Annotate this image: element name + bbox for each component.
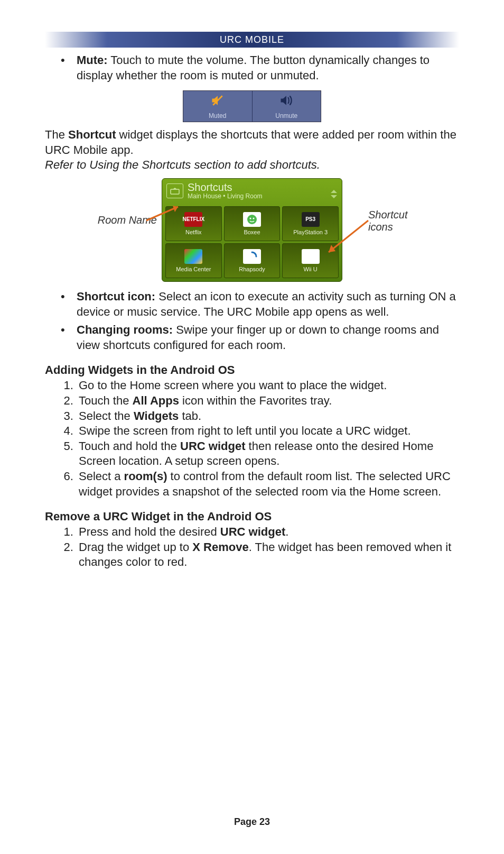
shortcut-label: PlayStation 3	[293, 229, 328, 235]
arrow-right-icon	[326, 221, 374, 260]
text: The	[45, 128, 68, 141]
heading-remove-widget: Remove a URC Widget in the Android OS	[45, 510, 459, 524]
unmute-label: Unmute	[275, 112, 297, 120]
callout-room-name: Room Name	[83, 214, 157, 226]
unmute-button[interactable]: Unmute	[253, 91, 321, 122]
shortcut-widget-titles: Shortcuts Main House • Living Room	[188, 182, 263, 200]
shortcut-widget-title: Shortcuts	[188, 182, 263, 192]
header-bar: URC MOBILE	[45, 32, 459, 48]
remove-steps: Press and hold the desired URC widget. D…	[45, 525, 459, 570]
room-scroll-arrows[interactable]	[330, 186, 338, 196]
mute-text: Touch to mute the volume. The button dyn…	[77, 53, 430, 82]
mute-bullet: Mute: Touch to mute the volume. The butt…	[61, 53, 459, 83]
text-bold: All Apps	[133, 394, 179, 407]
shortcut-widget-figure: Room Name Shortcut icons Shortcuts Main …	[83, 178, 421, 282]
svg-point-11	[253, 217, 254, 219]
svg-marker-6	[173, 188, 177, 189]
page-footer: Page 23	[0, 816, 504, 828]
header-title: URC MOBILE	[220, 34, 284, 45]
shortcut-label: Wii U	[304, 266, 318, 272]
media-center-icon	[184, 249, 202, 264]
shortcut-widget-subtitle: Main House • Living Room	[188, 192, 263, 200]
shortcut-refer: Refer to Using the Shortcuts section to …	[45, 158, 459, 173]
text: Touch the	[79, 394, 133, 407]
netflix-icon: NETFLIX	[184, 212, 202, 227]
svg-marker-8	[331, 195, 337, 198]
shortcut-widget: Shortcuts Main House • Living Room NETFL…	[162, 178, 342, 282]
boxee-icon	[243, 212, 261, 227]
text: Select the	[79, 409, 134, 423]
text: tab.	[179, 409, 201, 423]
muted-button[interactable]: Muted	[183, 91, 253, 122]
svg-rect-5	[171, 189, 179, 194]
speaker-muted-icon	[210, 93, 225, 110]
svg-line-1	[146, 207, 178, 221]
text-bold: X Remove	[192, 540, 248, 554]
step: Go to the Home screen where you want to …	[77, 378, 459, 393]
callout-shortcut-icons: Shortcut icons	[368, 209, 421, 233]
text-bold: Shortcut	[68, 128, 116, 141]
text-bold: URC widget	[180, 439, 245, 453]
heading-adding-widgets: Adding Widgets in the Android OS	[45, 363, 459, 377]
text: Swipe the screen from right to left unti…	[79, 424, 411, 437]
shortcut-boxee[interactable]: Boxee	[224, 206, 281, 241]
changing-rooms-bullet: Changing rooms: Swipe your finger up or …	[61, 323, 459, 353]
shortcut-rhapsody[interactable]: Rhapsody	[224, 243, 281, 278]
speaker-icon	[279, 93, 294, 110]
arrow-left-icon	[146, 207, 183, 225]
text: Drag the widget up to	[79, 540, 192, 554]
shortcut-icon-bullet: Shortcut icon: Select an icon to execute…	[61, 289, 459, 319]
shortcut-label: Netflix	[185, 229, 202, 235]
shortcut-widget-icon	[166, 183, 183, 198]
step: Touch and hold the URC widget then relea…	[77, 439, 459, 469]
shortcut-label: Boxee	[244, 229, 260, 235]
text-bold: room(s)	[124, 470, 167, 483]
wiiu-icon: Wii U	[302, 249, 320, 264]
content: Mute: Touch to mute the volume. The butt…	[45, 53, 459, 575]
step: Press and hold the desired URC widget.	[77, 525, 459, 540]
step: Touch the All Apps icon within the Favor…	[77, 393, 459, 409]
mute-label: Mute:	[77, 53, 108, 67]
step: Select a room(s) to control from the def…	[77, 469, 459, 499]
shortcut-intro: The Shortcut widget displays the shortcu…	[45, 127, 459, 158]
mute-bullet-list: Mute: Touch to mute the volume. The butt…	[61, 53, 459, 83]
text: .	[285, 525, 288, 538]
chevron-up-icon	[330, 186, 338, 190]
document-page: URC MOBILE Mute: Touch to mute the volum…	[0, 0, 504, 854]
step: Drag the widget up to X Remove. The widg…	[77, 540, 459, 570]
playstation-icon: PS3	[302, 212, 320, 227]
svg-line-3	[329, 221, 368, 252]
step: Swipe the screen from right to left unti…	[77, 424, 459, 439]
text: icon within the Favorites tray.	[179, 394, 332, 407]
shortcut-widget-header: Shortcuts Main House • Living Room	[162, 179, 342, 203]
mute-widget: Muted Unmute	[183, 90, 321, 122]
bullet-label: Shortcut icon:	[77, 290, 155, 303]
chevron-down-icon	[330, 191, 338, 196]
adding-steps: Go to the Home screen where you want to …	[45, 378, 459, 499]
shortcut-media-center[interactable]: Media Center	[165, 243, 222, 278]
text: Select a	[79, 470, 124, 483]
text-bold: URC widget	[220, 525, 285, 538]
rhapsody-icon	[243, 249, 261, 264]
shortcut-bullets: Shortcut icon: Select an icon to execute…	[61, 289, 459, 353]
step: Select the Widgets tab.	[77, 409, 459, 424]
shortcut-label: Rhapsody	[239, 266, 265, 272]
shortcut-grid: NETFLIX Netflix Boxee PS3 PlayStation 3	[162, 203, 342, 281]
text: Touch and hold the	[79, 439, 180, 453]
bullet-label: Changing rooms:	[77, 323, 173, 336]
text: Go to the Home screen where you want to …	[79, 379, 387, 392]
svg-point-9	[247, 215, 257, 224]
muted-label: Muted	[209, 112, 226, 120]
text: Press and hold the desired	[79, 525, 220, 538]
text-bold: Widgets	[134, 409, 179, 423]
svg-point-10	[249, 217, 251, 219]
shortcut-label: Media Center	[176, 266, 211, 272]
